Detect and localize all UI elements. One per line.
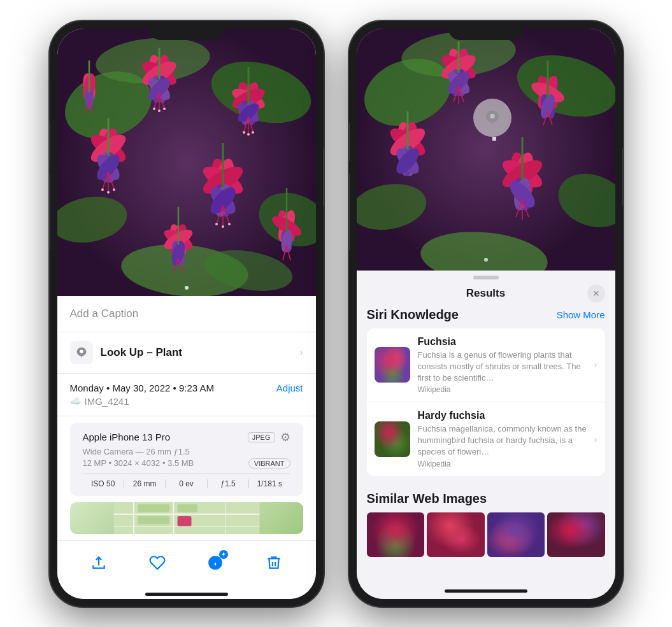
siri-result-text-1: Fuchsia Fuchsia is a genus of flowering … (418, 336, 587, 395)
siri-item-source-2: Wikipedia (418, 460, 587, 468)
info-button[interactable]: ✦ (201, 549, 229, 577)
svg-rect-101 (138, 516, 169, 524)
svg-point-47 (101, 188, 104, 191)
photo-area[interactable] (57, 29, 316, 296)
heart-button[interactable] (143, 549, 171, 577)
lookup-row[interactable]: Look Up – Plant › (57, 332, 316, 374)
close-icon: ✕ (592, 288, 600, 299)
hardy-fuchsia-thumbnail (375, 421, 410, 457)
lookup-icon (70, 341, 93, 364)
siri-result-item-1[interactable]: Fuchsia Fuchsia is a genus of flowering … (367, 328, 605, 402)
lookup-arrow: › (299, 347, 303, 358)
settings-icon: ⚙ (280, 430, 290, 444)
svg-rect-99 (138, 504, 169, 512)
similar-images-row (367, 512, 605, 557)
similar-images-section: Similar Web Images (357, 481, 615, 562)
map-preview[interactable] (70, 502, 303, 534)
svg-rect-100 (177, 504, 197, 512)
svg-point-34 (247, 133, 250, 136)
exif-iso: ISO 50 (83, 479, 124, 488)
lookup-label: Look Up – Plant (101, 346, 182, 359)
camera-model: Apple iPhone 13 Pro (83, 432, 171, 442)
home-bar (145, 593, 228, 596)
results-panel: Results ✕ Siri Knowledge Show More (357, 271, 615, 584)
right-page-dot (484, 258, 488, 262)
camera-type: Wide Camera — 26 mm ƒ1.5 (83, 447, 190, 456)
exif-ev: 0 ev (166, 479, 207, 488)
right-photo-area[interactable] (357, 29, 615, 271)
siri-item-title-1: Fuchsia (418, 336, 587, 348)
results-header: Results ✕ (357, 285, 615, 307)
similar-images-title: Similar Web Images (367, 491, 605, 506)
chevron-icon-1: › (594, 360, 597, 370)
search-dot (492, 137, 496, 141)
phone-notch (148, 21, 225, 40)
siri-results-card: Fuchsia Fuchsia is a genus of flowering … (367, 328, 605, 476)
exif-shutter: 1/181 s (249, 479, 290, 488)
svg-point-63 (228, 223, 231, 225)
camera-section: Apple iPhone 13 Pro JPEG ⚙ Wide Camera —… (70, 423, 303, 496)
siri-item-desc-1: Fuchsia is a genus of flowering plants t… (418, 349, 587, 384)
svg-point-48 (107, 191, 110, 194)
page-indicator (185, 286, 189, 290)
svg-point-33 (243, 131, 245, 134)
share-button[interactable] (85, 549, 113, 577)
svg-point-61 (215, 223, 218, 225)
exif-aperture: ƒ1.5 (208, 479, 249, 488)
cloud-icon: ☁️ (70, 396, 81, 406)
trash-button[interactable] (260, 549, 288, 577)
fuchsia-thumbnail (375, 347, 410, 383)
exif-focal: 26 mm (124, 479, 166, 488)
right-phone: Results ✕ Siri Knowledge Show More (349, 21, 623, 607)
phone-notch-right (448, 21, 524, 40)
svg-point-91 (80, 349, 83, 353)
visual-search-icon[interactable] (473, 99, 511, 137)
right-home-bar (445, 589, 527, 593)
date-text: Monday • May 30, 2022 • 9:23 AM (70, 383, 214, 393)
right-screen: Results ✕ Siri Knowledge Show More (357, 29, 615, 599)
info-section: Monday • May 30, 2022 • 9:23 AM Adjust ☁… (57, 374, 316, 416)
format-badge: JPEG (248, 432, 275, 442)
left-screen: Add a Caption Look Up – Plant › Monday •… (57, 29, 316, 599)
right-home-indicator (357, 584, 615, 599)
show-more-button[interactable]: Show More (557, 309, 605, 320)
bottom-toolbar: ✦ (57, 540, 316, 589)
vibrant-badge: VIBRANT (248, 458, 290, 468)
filename: IMG_4241 (85, 396, 129, 407)
svg-point-19 (153, 108, 155, 110)
caption-area[interactable]: Add a Caption (57, 296, 316, 332)
home-indicator (57, 589, 316, 599)
drag-handle[interactable] (473, 276, 499, 279)
caption-placeholder: Add a Caption (70, 307, 139, 320)
siri-item-source-1: Wikipedia (418, 385, 587, 394)
similar-image-1[interactable] (367, 512, 425, 557)
left-phone: Add a Caption Look Up – Plant › Monday •… (50, 21, 324, 607)
siri-item-desc-2: Fuchsia magellanica, commonly known as t… (418, 423, 587, 458)
similar-image-4[interactable] (547, 512, 605, 557)
close-button[interactable]: ✕ (587, 285, 605, 302)
siri-result-item-2[interactable]: Hardy fuchsia Fuchsia magellanica, commo… (367, 402, 605, 476)
siri-result-text-2: Hardy fuchsia Fuchsia magellanica, commo… (418, 410, 587, 468)
mp-info: 12 MP • 3024 × 4032 • 3.5 MB (83, 458, 194, 468)
similar-image-3[interactable] (487, 512, 545, 557)
adjust-button[interactable]: Adjust (276, 383, 303, 393)
chevron-icon-2: › (594, 434, 597, 444)
similar-image-2[interactable] (427, 512, 485, 557)
results-title: Results (466, 287, 505, 300)
svg-point-49 (113, 188, 115, 191)
svg-point-21 (163, 108, 166, 110)
svg-point-20 (158, 109, 161, 112)
siri-knowledge-title: Siri Knowledge (367, 307, 459, 322)
svg-point-35 (252, 131, 254, 134)
svg-point-62 (222, 225, 224, 228)
svg-point-154 (490, 113, 495, 118)
siri-knowledge-section: Siri Knowledge Show More Fuchsia Fuchsia… (357, 307, 615, 481)
siri-item-title-2: Hardy fuchsia (418, 410, 587, 421)
svg-rect-102 (177, 516, 191, 526)
